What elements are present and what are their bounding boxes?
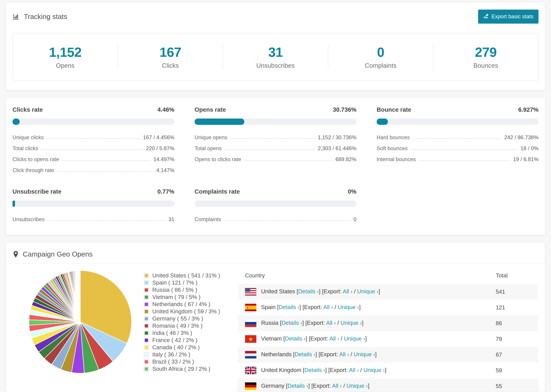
rate-progress-bar <box>377 119 538 125</box>
details-link[interactable]: Details › <box>304 367 325 373</box>
legend-item: Italy ( 36 / 2% ) <box>144 351 238 358</box>
total-cell: 79 <box>496 331 538 347</box>
legend-label: United States ( 541 / 31% ) <box>152 272 220 279</box>
rate-detail-row: Total clicks220 / 5.87% <box>13 143 174 154</box>
map-pin-icon <box>13 251 19 258</box>
campaign-geo-opens-card: Campaign Geo Opens United States ( 541 /… <box>6 242 545 392</box>
dotted-leader <box>41 149 143 150</box>
legend-swatch <box>144 302 148 307</box>
legend-swatch <box>144 360 148 364</box>
legend-item: South Africa ( 29 / 2% ) <box>144 365 238 372</box>
rate-progress-bar <box>13 200 174 207</box>
rate-progress-fill <box>13 200 15 207</box>
legend-swatch <box>144 367 148 371</box>
export-all-link[interactable]: All › <box>339 351 349 357</box>
country-cell-text: Germany [Details ›] [Export: All › / Uni… <box>261 383 369 389</box>
legend-item: Brazil ( 33 / 2% ) <box>144 358 238 365</box>
summary-stat-complaints: 0Complaints <box>328 44 433 69</box>
dotted-leader <box>62 161 151 161</box>
rate-detail-value: 1,152 / 30.736% <box>318 134 356 140</box>
dotted-leader <box>244 161 333 161</box>
legend-item: Vietnam ( 79 / 5% ) <box>144 294 238 301</box>
rate-progress-fill <box>13 119 20 125</box>
dotted-leader <box>57 171 154 172</box>
rate-detail-value: 31 <box>169 216 174 223</box>
export-unique-link[interactable]: Unique › <box>357 288 379 294</box>
summary-stat-label: Unsubscribes <box>223 62 328 69</box>
details-link[interactable]: Details › <box>282 320 302 326</box>
rate-progress-fill <box>377 119 388 125</box>
legend-label: Canada ( 40 / 2% ) <box>152 344 200 351</box>
rate-block-opens-rate: Opens rate30.736%Unique opens1,152 / 30.… <box>195 106 356 176</box>
details-link[interactable]: Details › <box>288 383 308 389</box>
rate-detail-value: 167 / 4.456% <box>143 134 174 140</box>
rate-detail-row: Unsubscribes31 <box>13 214 174 225</box>
legend-label: Spain ( 121 / 7% ) <box>152 280 198 286</box>
rate-detail-value: 14.497% <box>154 156 174 162</box>
export-unique-link[interactable]: Unique › <box>344 335 365 342</box>
legend-item: France ( 42 / 2% ) <box>144 336 238 344</box>
export-unique-link[interactable]: Unique › <box>346 383 368 389</box>
summary-stat-label: Opens <box>13 62 118 69</box>
export-basic-stats-button[interactable]: Export basic stats <box>478 10 538 24</box>
geo-pie-legend: United States ( 541 / 31% )Spain ( 121 /… <box>144 266 238 392</box>
export-icon <box>483 13 489 20</box>
export-unique-link[interactable]: Unique › <box>338 304 359 310</box>
rate-detail-row: Total opens2,303 / 61.446% <box>195 143 356 154</box>
summary-stat-value: 167 <box>118 44 223 60</box>
table-row-vn: Vietnam [Details ›] [Export: All › / Uni… <box>238 331 538 347</box>
export-all-link[interactable]: All › <box>329 335 339 342</box>
geo-table-wrap: Country Total United States [Details ›] … <box>238 266 538 392</box>
table-row-us: United States [Details ›] [Export: All ›… <box>238 284 538 300</box>
dotted-leader <box>47 220 166 221</box>
dotted-leader <box>225 149 315 150</box>
rate-detail-row: Clicks to opens rate14.497% <box>13 154 174 165</box>
details-link[interactable]: Details › <box>298 288 319 294</box>
legend-item: United States ( 541 / 31% ) <box>144 272 238 279</box>
total-cell: 121 <box>496 300 538 315</box>
legend-swatch <box>144 281 148 285</box>
rate-block-bounce-rate: Bounce rate6.927%Hard bounces242 / 86.73… <box>377 106 538 176</box>
geo-card-body: United States ( 541 / 31% )Spain ( 121 /… <box>6 264 545 392</box>
rate-detail-label: Internal bounces <box>377 156 416 162</box>
rate-block-complaints-rate: Complaints rate0%Complaints0 <box>195 188 356 225</box>
export-unique-link[interactable]: Unique › <box>340 320 362 326</box>
rate-progress-bar <box>195 200 356 207</box>
export-unique-link[interactable]: Unique › <box>363 367 385 373</box>
summary-stats-strip: 1,152Opens167Clicks31Unsubscribes0Compla… <box>13 33 538 81</box>
total-cell: 86 <box>496 315 538 331</box>
total-cell: 541 <box>496 284 538 300</box>
rate-detail-value: 0 <box>353 216 356 223</box>
rate-progress-fill <box>195 119 244 125</box>
details-link[interactable]: Details › <box>285 335 306 342</box>
rate-detail-label: Unique opens <box>195 134 227 140</box>
rate-progress-bar <box>13 119 174 125</box>
export-all-link[interactable]: All › <box>343 288 353 294</box>
export-all-link[interactable]: All › <box>326 320 336 326</box>
rate-detail-row: Opens to clicks rate689.82% <box>195 154 356 165</box>
table-header-row: Country Total <box>238 266 538 284</box>
bar-chart-icon <box>13 13 20 20</box>
legend-item: Spain ( 121 / 7% ) <box>144 279 238 286</box>
legend-item: Netherlands ( 67 / 4% ) <box>144 301 238 308</box>
rate-detail-row: Soft bounces18 / 0% <box>377 143 538 154</box>
rate-detail-label: Opens to clicks rate <box>195 156 241 162</box>
total-column-header: Total <box>496 266 538 284</box>
rate-detail-label: Hard bounces <box>377 134 410 140</box>
country-cell-text: Russia [Details ›] [Export: All › / Uniq… <box>261 320 363 326</box>
legend-label: Romania ( 49 / 3% ) <box>152 322 202 329</box>
details-link[interactable]: Details › <box>279 304 299 310</box>
export-unique-link[interactable]: Unique › <box>354 351 375 357</box>
rate-value: 30.736% <box>333 106 356 113</box>
export-all-link[interactable]: All › <box>323 304 333 310</box>
dotted-leader <box>410 149 518 150</box>
geo-pie-wrap <box>13 266 144 392</box>
export-all-link[interactable]: All › <box>332 383 342 389</box>
rate-detail-row: Hard bounces242 / 86.738% <box>377 132 538 143</box>
export-all-link[interactable]: All › <box>349 367 359 373</box>
rate-detail-label: Complaints <box>195 216 221 223</box>
rate-value: 0% <box>348 188 356 195</box>
table-row-nl: Netherlands [Details ›] [Export: All › /… <box>238 347 538 363</box>
details-link[interactable]: Details › <box>295 351 315 357</box>
rate-detail-label: Unsubscribes <box>13 216 45 223</box>
